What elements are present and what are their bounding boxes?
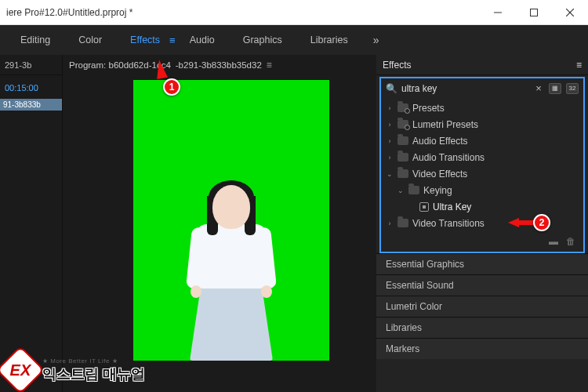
right-panels: Effects ≡ 🔍 × ▦ 32 ›Presets ›Lumetri Pre…	[376, 55, 588, 392]
workspace-menu-icon[interactable]: ≡	[169, 34, 176, 46]
tree-ultra-key[interactable]: Ultra Key	[386, 198, 580, 215]
timeline-clip[interactable]: 91-3b833b	[0, 99, 62, 111]
tree-lumetri-presets[interactable]: ›Lumetri Presets	[386, 116, 580, 132]
effects-search-row: 🔍 × ▦ 32	[381, 78, 583, 98]
close-button[interactable]	[552, 0, 588, 25]
program-viewport[interactable]	[63, 75, 376, 392]
watermark-logo: EX	[0, 346, 45, 392]
search-icon: 🔍	[386, 83, 397, 94]
panel-essential-graphics[interactable]: Essential Graphics	[376, 253, 588, 274]
folder-icon	[397, 153, 408, 162]
tree-presets[interactable]: ›Presets	[386, 100, 580, 116]
timecode[interactable]: 00:15:00	[0, 75, 62, 97]
effects-panel-title: Effects	[383, 60, 411, 71]
folder-icon	[397, 219, 408, 227]
folder-icon	[397, 136, 408, 145]
app-body: Editing Color Effects ≡ Audio Graphics L…	[0, 25, 588, 392]
svg-rect-1	[531, 9, 538, 16]
tab-editing[interactable]: Editing	[6, 25, 64, 55]
chevron-right-icon: ›	[386, 104, 394, 112]
panel-markers[interactable]: Markers	[376, 338, 588, 359]
folder-icon	[397, 169, 408, 178]
effect-preset-icon	[419, 202, 429, 212]
panel-lumetri-color[interactable]: Lumetri Color	[376, 296, 588, 317]
minimize-button[interactable]	[480, 0, 516, 25]
effects-panel: Effects ≡ 🔍 × ▦ 32 ›Presets ›Lumetri Pre…	[376, 55, 588, 253]
watermark: EX ★ More Better IT Life ★ 익스트림 매뉴얼	[3, 353, 145, 387]
maximize-button[interactable]	[516, 0, 552, 25]
folder-icon	[397, 120, 408, 129]
panel-menu-icon[interactable]: ≡	[576, 60, 582, 71]
tree-audio-transitions[interactable]: ›Audio Transitions	[386, 149, 580, 165]
green-screen-preview	[133, 80, 329, 361]
tab-libraries[interactable]: Libraries	[296, 25, 362, 55]
effects-panel-header[interactable]: Effects ≡	[376, 55, 588, 75]
watermark-sub: ★ More Better IT Life ★	[42, 358, 145, 365]
effects-tree: ›Presets ›Lumetri Presets ›Audio Effects…	[381, 98, 583, 231]
program-menu-icon[interactable]: ≡	[267, 60, 272, 71]
tab-graphics[interactable]: Graphics	[229, 25, 296, 55]
window-titlebar: iere Pro#12.0#Untitled.prproj *	[0, 0, 588, 25]
tree-keying[interactable]: ⌄Keying	[386, 182, 580, 198]
trash-icon[interactable]: 🗑	[566, 236, 577, 245]
window-title: iere Pro#12.0#Untitled.prproj *	[6, 7, 132, 18]
chevron-down-icon: ⌄	[386, 170, 394, 178]
tree-video-effects[interactable]: ⌄Video Effects	[386, 165, 580, 182]
folder-icon	[397, 103, 408, 112]
tree-video-transitions[interactable]: ›Video Transitions	[386, 215, 580, 231]
chevron-right-icon: ›	[386, 154, 394, 162]
workspace-tab-bar: Editing Color Effects ≡ Audio Graphics L…	[0, 25, 588, 55]
chevron-right-icon: ›	[386, 121, 394, 129]
source-tab[interactable]: 291-3b	[0, 55, 62, 75]
folder-icon	[408, 186, 419, 194]
program-monitor: Program: b60dd62d-1cc4 -b291-3b833bb35d3…	[63, 55, 376, 392]
chevron-down-icon: ⌄	[397, 187, 405, 194]
tab-audio[interactable]: Audio	[176, 25, 229, 55]
new-bin-icon[interactable]: ▬	[549, 236, 560, 245]
main-area: 291-3b 00:15:00 91-3b833b Program: b60dd…	[0, 55, 588, 392]
chevron-right-icon: ›	[386, 137, 394, 145]
chevron-right-icon: ›	[386, 220, 394, 227]
callout-1: 1	[163, 78, 180, 96]
effects-panel-body: 🔍 × ▦ 32 ›Presets ›Lumetri Presets ›Audi…	[379, 77, 585, 253]
window-controls	[480, 0, 588, 25]
watermark-main: 익스트림 매뉴얼	[42, 365, 145, 383]
tab-effects[interactable]: Effects	[116, 25, 174, 55]
fx-32bit-icon[interactable]: 32	[566, 83, 579, 94]
fx-badge-icon[interactable]: ▦	[549, 83, 561, 94]
panel-essential-sound[interactable]: Essential Sound	[376, 274, 588, 296]
watermark-text: ★ More Better IT Life ★ 익스트림 매뉴얼	[42, 358, 145, 383]
effects-footer: ▬ 🗑	[381, 231, 583, 247]
tree-audio-effects[interactable]: ›Audio Effects	[386, 132, 580, 149]
person-figure	[184, 180, 278, 361]
workspace-overflow-icon[interactable]: »	[362, 34, 390, 46]
program-header: Program: b60dd62d-1cc4 -b291-3b833bb35d3…	[63, 55, 376, 75]
effects-search-input[interactable]	[401, 83, 528, 94]
tab-color[interactable]: Color	[64, 25, 116, 55]
program-label-suffix: -b291-3b833bb35d32	[176, 60, 262, 70]
source-tab-label: 291-3b	[5, 60, 31, 70]
panel-libraries[interactable]: Libraries	[376, 317, 588, 338]
callout-arrow-2	[508, 218, 535, 227]
source-panel: 291-3b 00:15:00 91-3b833b	[0, 55, 63, 392]
callout-2: 2	[533, 214, 550, 231]
clear-search-icon[interactable]: ×	[533, 82, 544, 94]
